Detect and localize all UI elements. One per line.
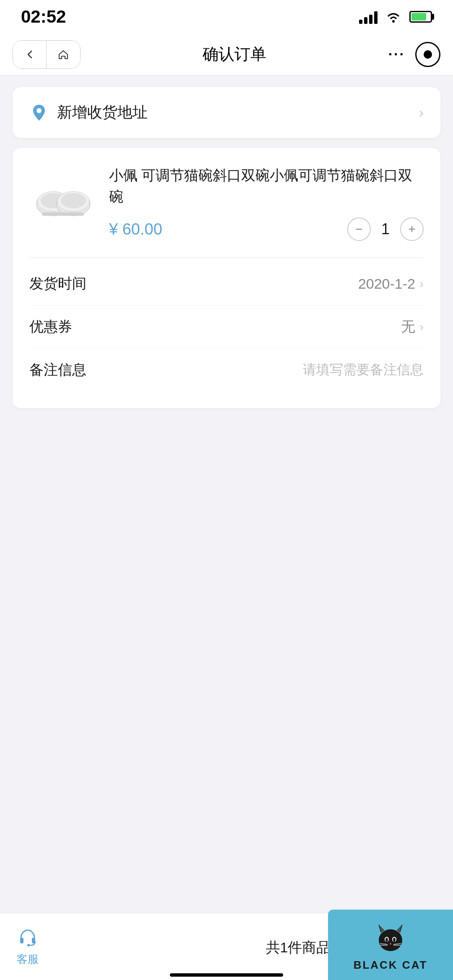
home-indicator	[170, 973, 283, 977]
black-cat-badge: BLACK CAT	[328, 910, 453, 980]
page-title: 确认订单	[81, 44, 388, 65]
svg-point-19	[385, 938, 388, 942]
product-price: ¥ 60.00	[109, 220, 162, 238]
address-card[interactable]: 新增收货地址 ›	[13, 87, 440, 138]
ship-time-row[interactable]: 发货时间 2020-1-2 ›	[29, 262, 424, 305]
svg-rect-8	[42, 212, 84, 216]
status-bar: 02:52	[0, 0, 453, 34]
status-icons	[359, 10, 432, 24]
home-button[interactable]	[47, 41, 80, 68]
product-info: 小佩 可调节猫碗斜口双碗小佩可调节猫碗斜口双碗 ¥ 60.00 − 1 +	[109, 165, 424, 241]
coupon-chevron-icon: ›	[419, 320, 424, 334]
product-divider	[29, 258, 424, 258]
record-icon	[424, 50, 432, 59]
quantity-value: 1	[379, 220, 392, 238]
ship-time-chevron-icon: ›	[419, 277, 424, 291]
coupon-value: 无	[401, 317, 415, 336]
remark-label: 备注信息	[29, 360, 86, 380]
quantity-decrease-button[interactable]: −	[347, 217, 371, 241]
signal-icon	[359, 10, 378, 24]
svg-point-12	[379, 929, 402, 951]
nav-bar: 确认订单 ···	[0, 34, 453, 75]
nav-left	[13, 40, 81, 69]
record-button[interactable]	[415, 42, 440, 67]
battery-icon	[409, 11, 432, 23]
wifi-icon	[385, 10, 402, 23]
ship-time-value-group: 2020-1-2 ›	[358, 276, 424, 292]
svg-point-20	[393, 938, 396, 942]
headset-icon	[17, 927, 39, 949]
nav-right: ···	[388, 42, 440, 67]
quantity-control: − 1 +	[347, 217, 424, 241]
coupon-row[interactable]: 优惠券 无 ›	[29, 305, 424, 349]
address-left: 新增收货地址	[29, 102, 148, 123]
back-button[interactable]	[13, 41, 47, 68]
product-name: 小佩 可调节猫碗斜口双碗小佩可调节猫碗斜口双碗	[109, 165, 424, 207]
coupon-value-group: 无 ›	[401, 317, 424, 336]
black-cat-icon	[372, 918, 409, 956]
coupon-label: 优惠券	[29, 317, 72, 336]
location-icon	[29, 103, 49, 122]
address-text: 新增收货地址	[57, 102, 148, 123]
svg-point-1	[36, 108, 42, 113]
address-chevron-icon: ›	[419, 104, 424, 121]
product-bottom: ¥ 60.00 − 1 +	[109, 217, 424, 241]
product-image	[29, 169, 96, 236]
svg-point-7	[61, 193, 86, 208]
main-content: 新增收货地址 ›	[0, 75, 453, 420]
status-time: 02:52	[21, 7, 66, 27]
svg-point-11	[27, 944, 30, 946]
quantity-increase-button[interactable]: +	[400, 217, 424, 241]
svg-point-0	[392, 20, 395, 23]
black-cat-content: BLACK CAT	[354, 918, 428, 972]
remark-placeholder: 请填写需要备注信息	[303, 361, 424, 379]
ship-time-label: 发货时间	[29, 274, 86, 293]
nav-btn-group	[13, 40, 81, 69]
service-section[interactable]: 客服	[17, 927, 39, 967]
product-card: 小佩 可调节猫碗斜口双碗小佩可调节猫碗斜口双碗 ¥ 60.00 − 1 + 发货…	[13, 148, 440, 408]
service-label: 客服	[17, 952, 39, 967]
product-row: 小佩 可调节猫碗斜口双碗小佩可调节猫碗斜口双碗 ¥ 60.00 − 1 +	[29, 165, 424, 258]
black-cat-label: BLACK CAT	[354, 959, 428, 972]
remark-row[interactable]: 备注信息 请填写需要备注信息	[29, 349, 424, 391]
more-button[interactable]: ···	[388, 46, 405, 62]
ship-time-value: 2020-1-2	[358, 276, 415, 292]
svg-rect-9	[20, 938, 23, 944]
